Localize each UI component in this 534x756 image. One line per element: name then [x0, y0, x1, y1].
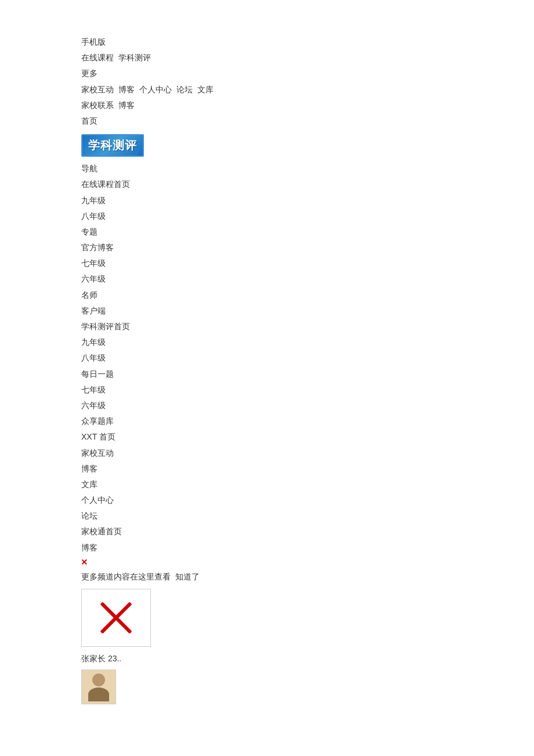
nav-grade7-1[interactable]: 七年级	[81, 256, 534, 271]
nav-daily-question[interactable]: 每日一题	[81, 367, 534, 381]
blog-link-1[interactable]: 博客	[118, 82, 135, 97]
nav-library[interactable]: 文库	[81, 477, 534, 492]
nav-xxt-home[interactable]: XXT 首页	[81, 430, 534, 444]
nav-online-course-home[interactable]: 在线课程首页	[81, 177, 534, 192]
nav-family-school[interactable]: 家校互动	[81, 446, 534, 460]
nav-famous-teacher[interactable]: 名师	[81, 288, 534, 303]
close-button[interactable]: ×	[81, 556, 534, 568]
nav-grade8-2[interactable]: 八年级	[81, 351, 534, 365]
nav-special-topic[interactable]: 专题	[81, 225, 534, 239]
blog-link-2[interactable]: 博客	[118, 98, 135, 113]
library-link[interactable]: 文库	[197, 82, 214, 97]
logo-text: 学科测评	[88, 139, 137, 152]
nav-subject-eval-home[interactable]: 学科测评首页	[81, 319, 534, 334]
nav-header: 导航	[81, 161, 534, 176]
nav-question-bank[interactable]: 众享题库	[81, 414, 534, 429]
top-nav-row3: 家校联系 博客	[81, 98, 534, 113]
user-avatar[interactable]	[81, 669, 116, 704]
avatar-placeholder	[84, 672, 113, 701]
user-name: 张家长 23..	[81, 651, 534, 666]
nav-personal-center[interactable]: 个人中心	[81, 493, 534, 507]
nav-grade6-2[interactable]: 六年级	[81, 398, 534, 413]
avatar-body	[88, 687, 109, 701]
top-nav-row2: 家校互动 博客 个人中心 论坛 文库	[81, 82, 534, 97]
nav-family-tong-home[interactable]: 家校通首页	[81, 524, 534, 539]
family-school-interaction-link[interactable]: 家校互动	[81, 82, 114, 97]
personal-center-link[interactable]: 个人中心	[139, 82, 172, 97]
nav-grade6-1[interactable]: 六年级	[81, 272, 534, 286]
mobile-link[interactable]: 手机版	[81, 35, 534, 49]
nav-grade9-2[interactable]: 九年级	[81, 335, 534, 350]
nav-official-blog[interactable]: 官方博客	[81, 240, 534, 255]
top-nav-row1: 在线课程 学科测评	[81, 51, 534, 65]
online-course-link[interactable]: 在线课程	[81, 51, 114, 65]
subject-eval-link[interactable]: 学科测评	[118, 51, 151, 65]
nav-blog[interactable]: 博客	[81, 462, 534, 476]
nav-grade8-1[interactable]: 八年级	[81, 209, 534, 224]
nav-grade7-2[interactable]: 七年级	[81, 383, 534, 397]
notice-row: 更多频道内容在这里查看 知道了	[81, 570, 534, 584]
avatar-head	[92, 674, 105, 686]
nav-blog-2[interactable]: 博客	[81, 541, 534, 555]
logo[interactable]: 学科测评	[81, 134, 144, 157]
nav-client[interactable]: 客户端	[81, 304, 534, 318]
forum-link[interactable]: 论坛	[176, 82, 193, 97]
nav-forum[interactable]: 论坛	[81, 509, 534, 523]
notice-text: 更多频道内容在这里查看	[81, 570, 171, 584]
notice-link[interactable]: 知道了	[175, 570, 200, 584]
family-contact-link[interactable]: 家校联系	[81, 98, 114, 113]
more-label[interactable]: 更多	[81, 66, 534, 81]
home-link[interactable]: 首页	[81, 114, 534, 128]
broken-image-box	[81, 589, 151, 647]
broken-image-icon	[99, 600, 134, 635]
nav-grade9-1[interactable]: 九年级	[81, 193, 534, 208]
